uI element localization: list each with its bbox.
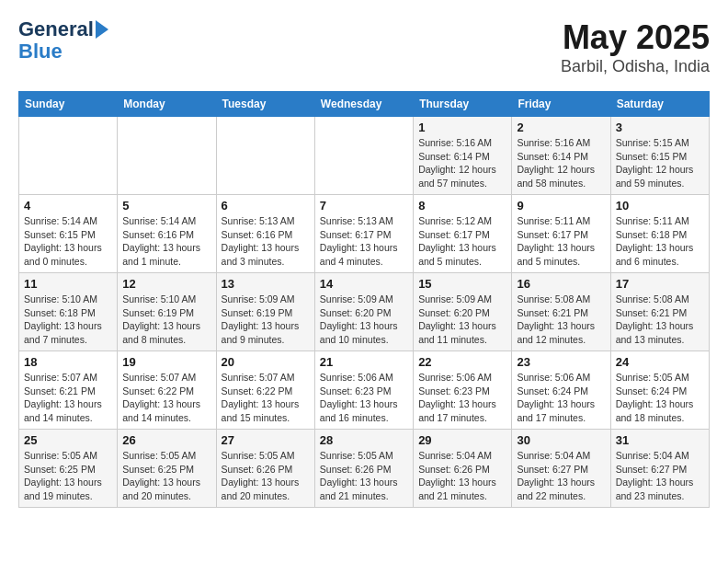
- logo-text-general: General: [18, 18, 94, 40]
- day-number: 18: [24, 355, 112, 369]
- calendar-table: SundayMondayTuesdayWednesdayThursdayFrid…: [18, 91, 710, 508]
- calendar-body: 1Sunrise: 5:16 AM Sunset: 6:14 PM Daylig…: [19, 117, 710, 508]
- header-day-friday: Friday: [512, 92, 610, 117]
- day-info: Sunrise: 5:16 AM Sunset: 6:14 PM Dayligh…: [517, 136, 605, 190]
- table-cell: [314, 117, 413, 195]
- calendar-title: May 2025: [561, 18, 710, 57]
- day-number: 13: [222, 277, 310, 291]
- day-info: Sunrise: 5:12 AM Sunset: 6:17 PM Dayligh…: [418, 214, 506, 269]
- day-number: 26: [122, 433, 210, 447]
- week-row-2: 4Sunrise: 5:14 AM Sunset: 6:15 PM Daylig…: [19, 195, 710, 273]
- logo: General Blue: [18, 18, 108, 63]
- day-number: 1: [418, 121, 506, 134]
- day-number: 27: [222, 433, 310, 447]
- table-cell: 17Sunrise: 5:08 AM Sunset: 6:21 PM Dayli…: [610, 273, 709, 351]
- table-cell: 24Sunrise: 5:05 AM Sunset: 6:24 PM Dayli…: [610, 351, 709, 430]
- table-cell: 9Sunrise: 5:11 AM Sunset: 6:17 PM Daylig…: [512, 195, 610, 273]
- logo-arrow-icon: [96, 20, 108, 39]
- page-header: General Blue May 2025 Barbil, Odisha, In…: [18, 18, 710, 76]
- day-number: 5: [122, 199, 210, 213]
- day-number: 28: [320, 433, 408, 447]
- table-cell: 5Sunrise: 5:14 AM Sunset: 6:16 PM Daylig…: [118, 195, 216, 273]
- day-info: Sunrise: 5:05 AM Sunset: 6:24 PM Dayligh…: [616, 371, 704, 425]
- day-info: Sunrise: 5:08 AM Sunset: 6:21 PM Dayligh…: [616, 293, 704, 347]
- day-number: 3: [616, 121, 704, 134]
- table-cell: 10Sunrise: 5:11 AM Sunset: 6:18 PM Dayli…: [610, 195, 709, 273]
- day-number: 22: [418, 355, 506, 369]
- header-day-wednesday: Wednesday: [314, 92, 413, 117]
- day-number: 14: [320, 277, 408, 291]
- day-number: 17: [616, 277, 704, 291]
- day-info: Sunrise: 5:16 AM Sunset: 6:14 PM Dayligh…: [418, 136, 506, 190]
- table-cell: 22Sunrise: 5:06 AM Sunset: 6:23 PM Dayli…: [414, 351, 512, 430]
- day-info: Sunrise: 5:11 AM Sunset: 6:18 PM Dayligh…: [616, 214, 704, 269]
- calendar-header: SundayMondayTuesdayWednesdayThursdayFrid…: [19, 92, 710, 117]
- days-of-week-row: SundayMondayTuesdayWednesdayThursdayFrid…: [19, 92, 710, 117]
- table-cell: 13Sunrise: 5:09 AM Sunset: 6:19 PM Dayli…: [216, 273, 314, 351]
- table-cell: 8Sunrise: 5:12 AM Sunset: 6:17 PM Daylig…: [414, 195, 512, 273]
- header-day-tuesday: Tuesday: [216, 92, 314, 117]
- day-number: 6: [222, 199, 310, 213]
- logo-text-blue: Blue: [18, 40, 63, 63]
- table-cell: 31Sunrise: 5:04 AM Sunset: 6:27 PM Dayli…: [610, 430, 709, 508]
- day-info: Sunrise: 5:07 AM Sunset: 6:22 PM Dayligh…: [122, 371, 210, 425]
- day-number: 16: [517, 277, 605, 291]
- header-day-saturday: Saturday: [610, 92, 709, 117]
- day-number: 20: [222, 355, 310, 369]
- table-cell: [118, 117, 216, 195]
- table-cell: 6Sunrise: 5:13 AM Sunset: 6:16 PM Daylig…: [216, 195, 314, 273]
- table-cell: 23Sunrise: 5:06 AM Sunset: 6:24 PM Dayli…: [512, 351, 610, 430]
- table-cell: 25Sunrise: 5:05 AM Sunset: 6:25 PM Dayli…: [19, 430, 118, 508]
- table-cell: 16Sunrise: 5:08 AM Sunset: 6:21 PM Dayli…: [512, 273, 610, 351]
- header-day-monday: Monday: [118, 92, 216, 117]
- table-cell: 19Sunrise: 5:07 AM Sunset: 6:22 PM Dayli…: [118, 351, 216, 430]
- table-cell: 1Sunrise: 5:16 AM Sunset: 6:14 PM Daylig…: [414, 117, 512, 195]
- day-number: 2: [517, 121, 605, 134]
- table-cell: 4Sunrise: 5:14 AM Sunset: 6:15 PM Daylig…: [19, 195, 118, 273]
- day-info: Sunrise: 5:06 AM Sunset: 6:24 PM Dayligh…: [517, 371, 605, 425]
- header-day-thursday: Thursday: [414, 92, 512, 117]
- day-info: Sunrise: 5:05 AM Sunset: 6:25 PM Dayligh…: [24, 449, 112, 503]
- day-info: Sunrise: 5:09 AM Sunset: 6:20 PM Dayligh…: [320, 293, 408, 347]
- day-number: 12: [122, 277, 210, 291]
- day-info: Sunrise: 5:05 AM Sunset: 6:25 PM Dayligh…: [122, 449, 210, 503]
- day-info: Sunrise: 5:05 AM Sunset: 6:26 PM Dayligh…: [222, 449, 310, 503]
- table-cell: 26Sunrise: 5:05 AM Sunset: 6:25 PM Dayli…: [118, 430, 216, 508]
- day-number: 30: [517, 433, 605, 447]
- table-cell: 11Sunrise: 5:10 AM Sunset: 6:18 PM Dayli…: [19, 273, 118, 351]
- day-number: 11: [24, 277, 112, 291]
- table-cell: 14Sunrise: 5:09 AM Sunset: 6:20 PM Dayli…: [314, 273, 413, 351]
- day-info: Sunrise: 5:04 AM Sunset: 6:26 PM Dayligh…: [418, 449, 506, 503]
- table-cell: 30Sunrise: 5:04 AM Sunset: 6:27 PM Dayli…: [512, 430, 610, 508]
- day-number: 9: [517, 199, 605, 213]
- week-row-1: 1Sunrise: 5:16 AM Sunset: 6:14 PM Daylig…: [19, 117, 710, 195]
- table-cell: 15Sunrise: 5:09 AM Sunset: 6:20 PM Dayli…: [414, 273, 512, 351]
- day-number: 7: [320, 199, 408, 213]
- table-cell: 29Sunrise: 5:04 AM Sunset: 6:26 PM Dayli…: [414, 430, 512, 508]
- table-cell: 7Sunrise: 5:13 AM Sunset: 6:17 PM Daylig…: [314, 195, 413, 273]
- table-cell: 21Sunrise: 5:06 AM Sunset: 6:23 PM Dayli…: [314, 351, 413, 430]
- calendar-subtitle: Barbil, Odisha, India: [561, 57, 710, 76]
- day-info: Sunrise: 5:04 AM Sunset: 6:27 PM Dayligh…: [616, 449, 704, 503]
- day-number: 19: [122, 355, 210, 369]
- table-cell: 27Sunrise: 5:05 AM Sunset: 6:26 PM Dayli…: [216, 430, 314, 508]
- week-row-3: 11Sunrise: 5:10 AM Sunset: 6:18 PM Dayli…: [19, 273, 710, 351]
- day-info: Sunrise: 5:11 AM Sunset: 6:17 PM Dayligh…: [517, 214, 605, 269]
- day-info: Sunrise: 5:04 AM Sunset: 6:27 PM Dayligh…: [517, 449, 605, 503]
- day-number: 24: [616, 355, 704, 369]
- day-info: Sunrise: 5:08 AM Sunset: 6:21 PM Dayligh…: [517, 293, 605, 347]
- table-cell: [216, 117, 314, 195]
- day-info: Sunrise: 5:10 AM Sunset: 6:19 PM Dayligh…: [122, 293, 210, 347]
- table-cell: 18Sunrise: 5:07 AM Sunset: 6:21 PM Dayli…: [19, 351, 118, 430]
- week-row-5: 25Sunrise: 5:05 AM Sunset: 6:25 PM Dayli…: [19, 430, 710, 508]
- day-number: 21: [320, 355, 408, 369]
- day-info: Sunrise: 5:10 AM Sunset: 6:18 PM Dayligh…: [24, 293, 112, 347]
- day-number: 4: [24, 199, 112, 213]
- day-info: Sunrise: 5:06 AM Sunset: 6:23 PM Dayligh…: [320, 371, 408, 425]
- day-info: Sunrise: 5:14 AM Sunset: 6:16 PM Dayligh…: [122, 214, 210, 269]
- table-cell: 3Sunrise: 5:15 AM Sunset: 6:15 PM Daylig…: [610, 117, 709, 195]
- table-cell: [19, 117, 118, 195]
- day-number: 8: [418, 199, 506, 213]
- day-info: Sunrise: 5:13 AM Sunset: 6:16 PM Dayligh…: [222, 214, 310, 269]
- day-number: 15: [418, 277, 506, 291]
